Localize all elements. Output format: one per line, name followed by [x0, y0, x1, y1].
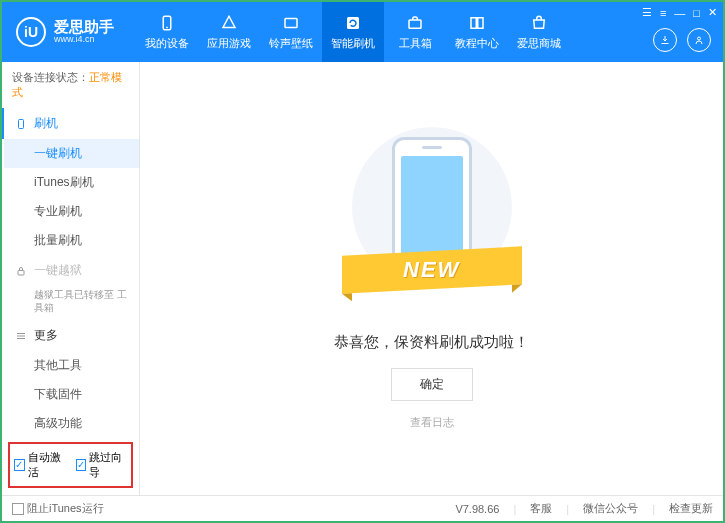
nav-ringtone[interactable]: 铃声壁纸 — [260, 2, 322, 62]
wechat-link[interactable]: 微信公众号 — [583, 501, 638, 516]
checkbox-auto-activate[interactable]: ✓ 自动激活 — [14, 450, 66, 480]
sidebar-flash-head[interactable]: 刷机 — [2, 108, 139, 139]
svg-rect-4 — [409, 20, 421, 28]
menu-icon[interactable]: ☰ — [642, 6, 652, 19]
version-text: V7.98.66 — [455, 503, 499, 515]
ribbon-text: NEW — [403, 257, 460, 283]
sidebar-jailbreak-head: 一键越狱 — [4, 255, 139, 286]
wallpaper-icon — [281, 13, 301, 33]
ok-button[interactable]: 确定 — [391, 368, 473, 401]
brand-title: 爱思助手 — [54, 19, 114, 36]
nav-flash[interactable]: 智能刷机 — [322, 2, 384, 62]
logo-icon: iU — [16, 17, 46, 47]
sidebar-item-advanced[interactable]: 高级功能 — [4, 409, 139, 438]
lock-icon — [14, 264, 28, 278]
checkbox-icon: ✓ — [14, 459, 25, 471]
logo: iU 爱思助手 www.i4.cn — [2, 17, 128, 47]
support-link[interactable]: 客服 — [530, 501, 552, 516]
svg-rect-2 — [285, 19, 297, 28]
user-button[interactable] — [687, 28, 711, 52]
nav-label: 教程中心 — [455, 36, 499, 51]
more-icon — [14, 329, 28, 343]
success-illustration: NEW — [357, 127, 507, 317]
refresh-icon — [343, 13, 363, 33]
options-checkbox-row: ✓ 自动激活 ✓ 跳过向导 — [8, 442, 133, 488]
sidebar-item-itunes[interactable]: iTunes刷机 — [4, 168, 139, 197]
nav-label: 应用游戏 — [207, 36, 251, 51]
jailbreak-note: 越狱工具已转移至 工具箱 — [4, 286, 139, 320]
nav-label: 铃声壁纸 — [269, 36, 313, 51]
nav-tutorial[interactable]: 教程中心 — [446, 2, 508, 62]
view-log-link[interactable]: 查看日志 — [410, 415, 454, 430]
list-icon[interactable]: ≡ — [660, 7, 666, 19]
success-message: 恭喜您，保资料刷机成功啦！ — [334, 333, 529, 352]
connection-status: 设备连接状态：正常模式 — [2, 62, 139, 108]
svg-rect-6 — [19, 119, 24, 128]
checkbox-block-itunes[interactable]: 阻止iTunes运行 — [12, 501, 104, 516]
title-bar: iU 爱思助手 www.i4.cn 我的设备 应用游戏 铃声壁纸 智能刷机 — [2, 2, 723, 62]
checkbox-skip-guide[interactable]: ✓ 跳过向导 — [76, 450, 128, 480]
maximize-button[interactable]: □ — [693, 7, 700, 19]
svg-rect-3 — [347, 17, 359, 29]
svg-rect-7 — [18, 270, 24, 275]
sidebar: 设备连接状态：正常模式 刷机 一键刷机 iTunes刷机 专业刷机 批量刷机 一… — [2, 62, 140, 495]
nav-label: 智能刷机 — [331, 36, 375, 51]
book-icon — [467, 13, 487, 33]
sidebar-more-head[interactable]: 更多 — [4, 320, 139, 351]
download-button[interactable] — [653, 28, 677, 52]
update-link[interactable]: 检查更新 — [669, 501, 713, 516]
main-content: NEW 恭喜您，保资料刷机成功啦！ 确定 查看日志 — [140, 62, 723, 495]
nav-shop[interactable]: 爱思商城 — [508, 2, 570, 62]
phone-icon — [14, 117, 28, 131]
checkbox-icon — [12, 503, 24, 515]
status-bar: 阻止iTunes运行 V7.98.66 | 客服 | 微信公众号 | 检查更新 — [2, 495, 723, 521]
apps-icon — [219, 13, 239, 33]
sidebar-item-pro[interactable]: 专业刷机 — [4, 197, 139, 226]
nav-toolbox[interactable]: 工具箱 — [384, 2, 446, 62]
nav-label: 爱思商城 — [517, 36, 561, 51]
sidebar-item-oneclick[interactable]: 一键刷机 — [4, 139, 139, 168]
window-controls: ☰ ≡ — □ ✕ — [642, 6, 717, 19]
brand-url: www.i4.cn — [54, 35, 114, 45]
minimize-button[interactable]: — — [674, 7, 685, 19]
nav-my-device[interactable]: 我的设备 — [136, 2, 198, 62]
main-nav: 我的设备 应用游戏 铃声壁纸 智能刷机 工具箱 教程中心 — [136, 2, 570, 62]
nav-label: 我的设备 — [145, 36, 189, 51]
nav-apps[interactable]: 应用游戏 — [198, 2, 260, 62]
phone-icon — [157, 13, 177, 33]
checkbox-icon: ✓ — [76, 459, 87, 471]
shop-icon — [529, 13, 549, 33]
nav-label: 工具箱 — [399, 36, 432, 51]
sidebar-item-batch[interactable]: 批量刷机 — [4, 226, 139, 255]
sidebar-item-other[interactable]: 其他工具 — [4, 351, 139, 380]
sidebar-item-download[interactable]: 下载固件 — [4, 380, 139, 409]
close-button[interactable]: ✕ — [708, 6, 717, 19]
top-round-buttons — [653, 28, 711, 52]
svg-point-5 — [698, 37, 701, 40]
toolbox-icon — [405, 13, 425, 33]
